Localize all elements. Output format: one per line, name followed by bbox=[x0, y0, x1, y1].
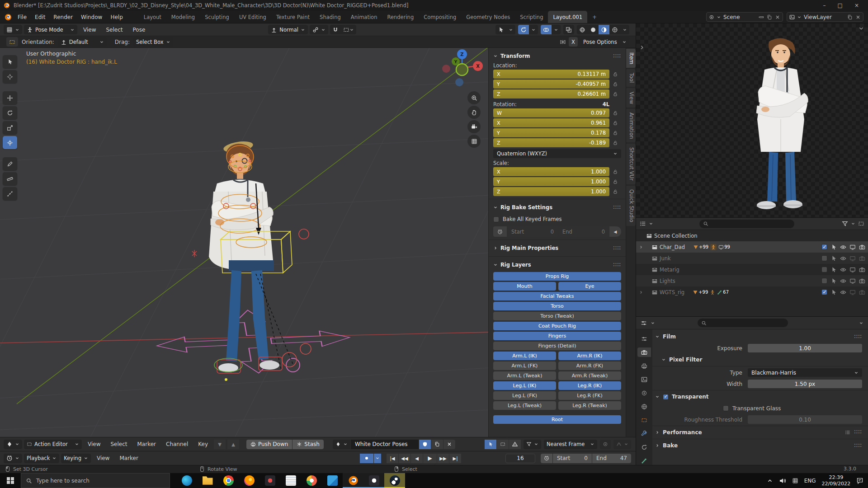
dope-menu-channel[interactable]: Channel bbox=[162, 439, 192, 449]
disable-viewport-icon[interactable] bbox=[849, 267, 856, 273]
show-gizmo-toggle[interactable] bbox=[518, 25, 529, 34]
mirror-icon[interactable] bbox=[560, 39, 566, 45]
properties-tab-physics[interactable] bbox=[637, 442, 651, 452]
disable-viewport-icon[interactable] bbox=[849, 244, 856, 250]
exposure-field[interactable]: 1.00 bbox=[748, 344, 862, 352]
navigation-gizmo[interactable]: Z X Y bbox=[441, 48, 484, 89]
tool-rotate[interactable] bbox=[3, 106, 17, 119]
outliner-search-input[interactable] bbox=[699, 220, 794, 228]
tab-sculpting[interactable]: Sculpting bbox=[200, 11, 234, 23]
current-frame-field[interactable]: 16 bbox=[505, 454, 535, 463]
scale-x-field[interactable]: X1.000 bbox=[493, 167, 609, 176]
dope-menu-key[interactable]: Key bbox=[194, 439, 212, 449]
preset-list-icon[interactable] bbox=[845, 430, 850, 435]
location-x-field[interactable]: X0.13117 m bbox=[493, 70, 609, 79]
bake-all-keyed-frames-checkbox[interactable] bbox=[493, 216, 499, 222]
panel-drag-dots[interactable]: ········ bbox=[854, 443, 862, 448]
rig-layer-leg-r-fk[interactable]: Leg.R (FK) bbox=[558, 391, 621, 400]
lock-icon[interactable] bbox=[609, 81, 621, 87]
shading-solid-button[interactable] bbox=[588, 25, 599, 34]
mirror-x-toggle[interactable]: X bbox=[569, 37, 578, 47]
tool-cursor[interactable] bbox=[3, 70, 17, 83]
sidebar-tab-quick-studio[interactable]: Quick Studio bbox=[626, 186, 636, 226]
bake-panel-header[interactable]: Bake ········ bbox=[655, 440, 862, 451]
add-workspace-button[interactable]: + bbox=[587, 11, 602, 23]
selectable-icon[interactable] bbox=[830, 267, 837, 273]
tool-annotate[interactable] bbox=[3, 157, 17, 170]
lock-icon[interactable] bbox=[609, 120, 621, 126]
outliner-row-lights[interactable]: Lights bbox=[636, 275, 868, 286]
jump-to-end-button[interactable]: ▶| bbox=[449, 454, 461, 463]
tool-transform[interactable] bbox=[3, 136, 17, 149]
taskbar-search-input[interactable]: Type here to search bbox=[21, 473, 170, 488]
tool-pose-breakdowner[interactable] bbox=[3, 187, 17, 200]
outliner-row-junk[interactable]: Junk bbox=[636, 253, 868, 264]
lock-icon[interactable] bbox=[609, 71, 621, 77]
proportional-toggle[interactable] bbox=[600, 440, 611, 449]
maximize-button[interactable]: □ bbox=[838, 2, 843, 9]
timeline-menu-view[interactable]: View bbox=[93, 453, 113, 463]
pin-icon[interactable] bbox=[758, 13, 765, 21]
dope-editor-type-button[interactable] bbox=[4, 440, 22, 449]
rig-layer-leg-l-tweak[interactable]: Leg.L (Tweak) bbox=[493, 401, 556, 410]
shading-rendered-button[interactable] bbox=[609, 25, 620, 34]
shading-dropdown[interactable] bbox=[620, 25, 629, 34]
scale-z-field[interactable]: Z1.000 bbox=[493, 187, 609, 196]
use-current-frame-button[interactable] bbox=[493, 226, 507, 237]
rig-layer-fingers[interactable]: Fingers bbox=[493, 332, 621, 340]
lock-icon[interactable] bbox=[609, 110, 621, 116]
rig-layer-arm-r-ik[interactable]: Arm.R (IK) bbox=[558, 352, 621, 360]
language-indicator[interactable]: ENG bbox=[804, 478, 816, 484]
exclude-checkbox[interactable] bbox=[821, 255, 827, 261]
rig-layer-mouth[interactable]: Mouth bbox=[493, 282, 556, 291]
disable-render-icon[interactable] bbox=[859, 289, 865, 296]
tab-uv-editing[interactable]: UV Editing bbox=[234, 11, 271, 23]
copy-scene-icon[interactable] bbox=[767, 14, 772, 20]
taskbar-vscode-icon[interactable] bbox=[322, 473, 343, 488]
new-action-button[interactable] bbox=[431, 440, 443, 449]
minimize-button[interactable]: – bbox=[823, 2, 826, 9]
dope-menu-view[interactable]: View bbox=[84, 439, 104, 449]
tab-modeling[interactable]: Modeling bbox=[166, 11, 200, 23]
disable-render-icon[interactable] bbox=[859, 267, 865, 273]
timeline-editor-type-button[interactable] bbox=[4, 454, 22, 463]
orientation-setting-dropdown[interactable]: Default bbox=[58, 37, 107, 47]
shading-wireframe-button[interactable] bbox=[577, 25, 588, 34]
expand-icon[interactable] bbox=[639, 290, 643, 295]
properties-tab-tool[interactable] bbox=[637, 334, 651, 343]
outliner-row-wgts-rig[interactable]: WGTS_rig +99 67 bbox=[636, 286, 868, 298]
mode-dropdown[interactable]: Pose Mode bbox=[24, 25, 77, 34]
taskbar-clock[interactable]: 22:39 22/09/2022 bbox=[822, 474, 850, 487]
hide-viewport-icon[interactable] bbox=[840, 267, 846, 273]
rig-layer-leg-r-tweak[interactable]: Leg.R (Tweak) bbox=[558, 401, 621, 410]
snap-toggle[interactable] bbox=[330, 25, 341, 34]
exclude-checkbox[interactable] bbox=[821, 289, 827, 295]
menu-render[interactable]: Render bbox=[49, 12, 77, 22]
disable-viewport-icon[interactable] bbox=[849, 278, 856, 284]
jump-to-start-button[interactable]: |◀ bbox=[387, 454, 398, 463]
xray-toggle[interactable] bbox=[563, 25, 574, 34]
falloff-dropdown[interactable] bbox=[613, 440, 631, 449]
rotation-w-field[interactable]: W0.097 bbox=[493, 108, 609, 117]
show-errors-toggle[interactable] bbox=[509, 440, 521, 449]
sidebar-tab-tool[interactable]: Tool bbox=[626, 69, 636, 86]
proportional-dropdown[interactable] bbox=[506, 25, 515, 34]
browse-action-button[interactable] bbox=[333, 440, 350, 449]
volume-icon[interactable] bbox=[779, 477, 786, 484]
move-up-button[interactable]: ▲ bbox=[227, 440, 239, 449]
tab-compositing[interactable]: Compositing bbox=[419, 11, 461, 23]
pixel-filter-header[interactable]: Pixel Filter bbox=[655, 354, 862, 365]
location-y-field[interactable]: Y-0.40957 m bbox=[493, 80, 609, 89]
timeline-menu-marker[interactable]: Marker bbox=[115, 453, 142, 463]
snap-settings-dropdown[interactable] bbox=[341, 25, 356, 34]
menu-pose[interactable]: Pose bbox=[129, 25, 150, 35]
roughness-threshold-field[interactable]: 0.10 bbox=[748, 415, 862, 424]
tab-geometry-nodes[interactable]: Geometry Nodes bbox=[461, 11, 515, 23]
transform-orientation-dropdown[interactable]: Normal bbox=[268, 25, 308, 34]
start-button[interactable] bbox=[0, 473, 21, 488]
exclude-checkbox[interactable] bbox=[821, 278, 827, 284]
sidebar-tab-view[interactable]: View bbox=[626, 88, 636, 108]
fake-user-toggle[interactable] bbox=[419, 440, 431, 449]
properties-editor-icon[interactable] bbox=[641, 320, 647, 326]
push-down-button[interactable]: Push Down bbox=[246, 440, 292, 449]
